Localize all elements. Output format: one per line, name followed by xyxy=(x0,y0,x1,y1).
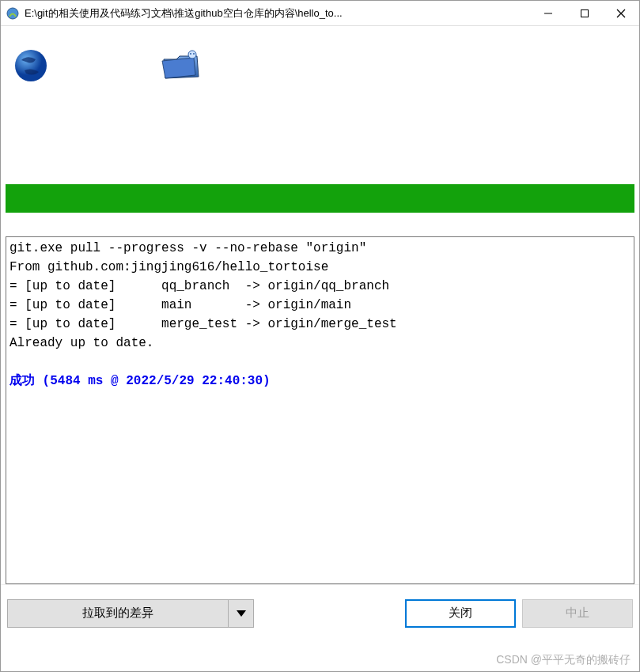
output-line: = [up to date] qq_branch -> origin/qq_br… xyxy=(9,279,389,293)
svg-point-6 xyxy=(188,51,196,59)
close-window-button[interactable] xyxy=(603,2,639,25)
pull-diff-button[interactable]: 拉取到的差异 xyxy=(7,599,229,628)
output-line: From github.com:jingjing616/hello_tortoi… xyxy=(9,260,328,274)
toolbar xyxy=(1,26,639,105)
maximize-button[interactable] xyxy=(566,2,603,25)
watermark-text: CSDN @平平无奇的搬砖仔 xyxy=(496,653,631,667)
output-line: = [up to date] main -> origin/main xyxy=(9,298,351,312)
window-title: E:\git的相关使用及代码练习文档\推送github空白仓库的内容\hello… xyxy=(25,6,530,21)
output-success-line: 成功 (5484 ms @ 2022/5/29 22:40:30) xyxy=(9,374,271,388)
svg-point-5 xyxy=(15,50,47,81)
progress-bar xyxy=(6,184,634,213)
app-window: E:\git的相关使用及代码练习文档\推送github空白仓库的内容\hello… xyxy=(0,0,640,672)
close-button[interactable]: 关闭 xyxy=(405,599,516,628)
globe-icon xyxy=(13,48,48,83)
titlebar-controls xyxy=(530,2,639,25)
svg-rect-2 xyxy=(581,9,589,17)
pull-diff-dropdown-button[interactable] xyxy=(229,599,254,628)
pull-diff-button-group: 拉取到的差异 xyxy=(7,599,254,628)
spacer xyxy=(1,213,639,236)
titlebar: E:\git的相关使用及代码练习文档\推送github空白仓库的内容\hello… xyxy=(1,1,639,26)
folder-network-icon xyxy=(159,48,203,83)
output-line: git.exe pull --progress -v --no-rebase "… xyxy=(9,241,366,255)
button-row: 拉取到的差异 关闭 中止 xyxy=(1,584,639,641)
svg-marker-9 xyxy=(237,610,246,617)
output-line: Already up to date. xyxy=(9,336,153,350)
svg-point-7 xyxy=(190,53,191,55)
output-line: = [up to date] merge_test -> origin/merg… xyxy=(9,317,397,331)
app-icon xyxy=(6,6,20,21)
output-textarea[interactable]: git.exe pull --progress -v --no-rebase "… xyxy=(6,236,634,584)
minimize-button[interactable] xyxy=(530,2,566,25)
abort-button: 中止 xyxy=(522,599,633,628)
svg-point-8 xyxy=(193,53,195,55)
spacer xyxy=(1,105,639,184)
chevron-down-icon xyxy=(237,610,246,617)
